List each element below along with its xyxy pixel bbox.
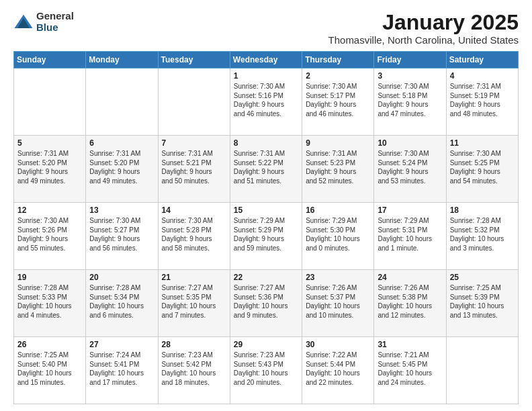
calendar-cell: 16Sunrise: 7:29 AM Sunset: 5:30 PM Dayli…: [302, 203, 374, 270]
week-row-1: 1Sunrise: 7:30 AM Sunset: 5:16 PM Daylig…: [14, 68, 519, 136]
main-title: January 2025: [328, 11, 519, 34]
day-number: 24: [378, 273, 442, 282]
day-info: Sunrise: 7:23 AM Sunset: 5:42 PM Dayligh…: [162, 351, 226, 387]
day-number: 20: [89, 273, 154, 282]
calendar-cell: [446, 337, 518, 404]
col-tuesday: Tuesday: [158, 52, 230, 68]
calendar-cell: 22Sunrise: 7:27 AM Sunset: 5:36 PM Dayli…: [230, 270, 302, 337]
calendar-cell: 17Sunrise: 7:29 AM Sunset: 5:31 PM Dayli…: [374, 203, 446, 270]
calendar-cell: 3Sunrise: 7:30 AM Sunset: 5:18 PM Daylig…: [374, 68, 446, 136]
calendar-cell: [158, 68, 230, 136]
page: General Blue January 2025 Thomasville, N…: [0, 0, 532, 411]
week-row-2: 5Sunrise: 7:31 AM Sunset: 5:20 PM Daylig…: [14, 136, 519, 203]
day-number: 19: [17, 273, 82, 282]
week-row-4: 19Sunrise: 7:28 AM Sunset: 5:33 PM Dayli…: [14, 270, 519, 337]
day-info: Sunrise: 7:27 AM Sunset: 5:35 PM Dayligh…: [162, 283, 226, 320]
calendar-cell: 11Sunrise: 7:30 AM Sunset: 5:25 PM Dayli…: [446, 136, 518, 203]
day-number: 4: [450, 71, 515, 81]
day-info: Sunrise: 7:21 AM Sunset: 5:45 PM Dayligh…: [378, 351, 442, 387]
day-number: 17: [378, 205, 442, 215]
day-number: 12: [17, 205, 82, 215]
day-info: Sunrise: 7:28 AM Sunset: 5:32 PM Dayligh…: [450, 216, 515, 253]
day-number: 18: [450, 205, 515, 215]
day-number: 31: [378, 340, 442, 349]
subtitle: Thomasville, North Carolina, United Stat…: [328, 34, 519, 46]
day-info: Sunrise: 7:28 AM Sunset: 5:34 PM Dayligh…: [89, 283, 154, 320]
day-number: 10: [378, 138, 442, 148]
col-friday: Friday: [374, 52, 446, 68]
day-info: Sunrise: 7:30 AM Sunset: 5:27 PM Dayligh…: [89, 216, 154, 253]
day-number: 28: [162, 340, 226, 349]
calendar-cell: 8Sunrise: 7:31 AM Sunset: 5:22 PM Daylig…: [230, 136, 302, 203]
calendar-cell: 1Sunrise: 7:30 AM Sunset: 5:16 PM Daylig…: [230, 68, 302, 136]
calendar-cell: [86, 68, 158, 136]
day-number: 27: [89, 340, 154, 349]
day-info: Sunrise: 7:30 AM Sunset: 5:26 PM Dayligh…: [17, 216, 82, 253]
day-number: 5: [17, 138, 82, 148]
day-number: 14: [162, 205, 226, 215]
day-number: 11: [450, 138, 515, 148]
week-row-3: 12Sunrise: 7:30 AM Sunset: 5:26 PM Dayli…: [14, 203, 519, 270]
day-number: 9: [306, 138, 370, 148]
calendar-cell: 9Sunrise: 7:31 AM Sunset: 5:23 PM Daylig…: [302, 136, 374, 203]
day-number: 16: [306, 205, 370, 215]
day-info: Sunrise: 7:31 AM Sunset: 5:20 PM Dayligh…: [89, 149, 154, 185]
logo-text: General Blue: [36, 11, 74, 33]
calendar-cell: 10Sunrise: 7:30 AM Sunset: 5:24 PM Dayli…: [374, 136, 446, 203]
day-number: 23: [306, 273, 370, 282]
day-number: 3: [378, 71, 442, 81]
day-info: Sunrise: 7:31 AM Sunset: 5:21 PM Dayligh…: [162, 149, 226, 185]
calendar-cell: 20Sunrise: 7:28 AM Sunset: 5:34 PM Dayli…: [86, 270, 158, 337]
day-info: Sunrise: 7:31 AM Sunset: 5:23 PM Dayligh…: [306, 149, 370, 185]
day-info: Sunrise: 7:30 AM Sunset: 5:16 PM Dayligh…: [234, 82, 298, 118]
calendar-cell: 14Sunrise: 7:30 AM Sunset: 5:28 PM Dayli…: [158, 203, 230, 270]
day-info: Sunrise: 7:23 AM Sunset: 5:43 PM Dayligh…: [234, 351, 298, 387]
day-info: Sunrise: 7:22 AM Sunset: 5:44 PM Dayligh…: [306, 351, 370, 387]
calendar-cell: 28Sunrise: 7:23 AM Sunset: 5:42 PM Dayli…: [158, 337, 230, 404]
day-info: Sunrise: 7:30 AM Sunset: 5:18 PM Dayligh…: [378, 82, 442, 118]
day-info: Sunrise: 7:29 AM Sunset: 5:30 PM Dayligh…: [306, 216, 370, 253]
calendar-cell: 18Sunrise: 7:28 AM Sunset: 5:32 PM Dayli…: [446, 203, 518, 270]
day-info: Sunrise: 7:26 AM Sunset: 5:37 PM Dayligh…: [306, 283, 370, 320]
col-monday: Monday: [86, 52, 158, 68]
day-info: Sunrise: 7:30 AM Sunset: 5:28 PM Dayligh…: [162, 216, 226, 253]
day-info: Sunrise: 7:30 AM Sunset: 5:24 PM Dayligh…: [378, 149, 442, 185]
col-saturday: Saturday: [446, 52, 518, 68]
calendar-cell: 23Sunrise: 7:26 AM Sunset: 5:37 PM Dayli…: [302, 270, 374, 337]
logo-icon: [13, 12, 34, 32]
calendar-cell: 6Sunrise: 7:31 AM Sunset: 5:20 PM Daylig…: [86, 136, 158, 203]
title-block: January 2025 Thomasville, North Carolina…: [328, 11, 519, 46]
calendar-cell: 19Sunrise: 7:28 AM Sunset: 5:33 PM Dayli…: [14, 270, 86, 337]
calendar-cell: 31Sunrise: 7:21 AM Sunset: 5:45 PM Dayli…: [374, 337, 446, 404]
calendar-cell: 30Sunrise: 7:22 AM Sunset: 5:44 PM Dayli…: [302, 337, 374, 404]
calendar-cell: 4Sunrise: 7:31 AM Sunset: 5:19 PM Daylig…: [446, 68, 518, 136]
calendar-cell: 5Sunrise: 7:31 AM Sunset: 5:20 PM Daylig…: [14, 136, 86, 203]
day-info: Sunrise: 7:29 AM Sunset: 5:29 PM Dayligh…: [234, 216, 298, 253]
day-info: Sunrise: 7:25 AM Sunset: 5:40 PM Dayligh…: [17, 351, 82, 387]
day-number: 8: [234, 138, 298, 148]
week-row-5: 26Sunrise: 7:25 AM Sunset: 5:40 PM Dayli…: [14, 337, 519, 404]
day-number: 29: [234, 340, 298, 349]
calendar: Sunday Monday Tuesday Wednesday Thursday…: [13, 51, 519, 404]
day-number: 13: [89, 205, 154, 215]
day-number: 30: [306, 340, 370, 349]
day-info: Sunrise: 7:26 AM Sunset: 5:38 PM Dayligh…: [378, 283, 442, 320]
day-info: Sunrise: 7:30 AM Sunset: 5:17 PM Dayligh…: [306, 82, 370, 118]
day-info: Sunrise: 7:31 AM Sunset: 5:20 PM Dayligh…: [17, 149, 82, 185]
calendar-cell: 21Sunrise: 7:27 AM Sunset: 5:35 PM Dayli…: [158, 270, 230, 337]
calendar-cell: 15Sunrise: 7:29 AM Sunset: 5:29 PM Dayli…: [230, 203, 302, 270]
calendar-cell: 7Sunrise: 7:31 AM Sunset: 5:21 PM Daylig…: [158, 136, 230, 203]
day-info: Sunrise: 7:28 AM Sunset: 5:33 PM Dayligh…: [17, 283, 82, 320]
day-number: 25: [450, 273, 515, 282]
calendar-header-row: Sunday Monday Tuesday Wednesday Thursday…: [14, 52, 519, 68]
calendar-cell: 2Sunrise: 7:30 AM Sunset: 5:17 PM Daylig…: [302, 68, 374, 136]
calendar-cell: 26Sunrise: 7:25 AM Sunset: 5:40 PM Dayli…: [14, 337, 86, 404]
calendar-cell: 29Sunrise: 7:23 AM Sunset: 5:43 PM Dayli…: [230, 337, 302, 404]
day-info: Sunrise: 7:24 AM Sunset: 5:41 PM Dayligh…: [89, 351, 154, 387]
logo-blue: Blue: [36, 22, 74, 34]
day-info: Sunrise: 7:29 AM Sunset: 5:31 PM Dayligh…: [378, 216, 442, 253]
day-number: 2: [306, 71, 370, 81]
calendar-cell: 24Sunrise: 7:26 AM Sunset: 5:38 PM Dayli…: [374, 270, 446, 337]
day-number: 7: [162, 138, 226, 148]
day-number: 22: [234, 273, 298, 282]
